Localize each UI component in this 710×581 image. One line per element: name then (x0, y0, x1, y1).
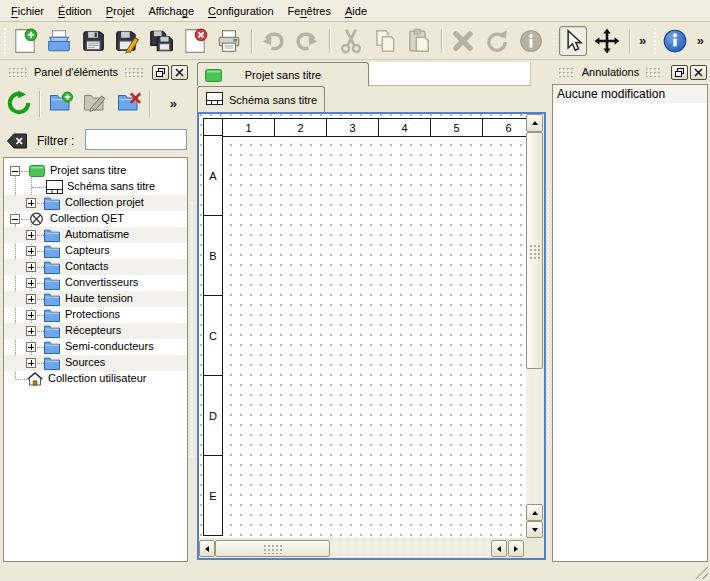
tree-item-projet-sans-titre[interactable]: Projet sans titre (4, 163, 187, 179)
info-blue-icon (662, 28, 688, 54)
reload-collections-button[interactable] (4, 89, 34, 119)
filter-input[interactable] (85, 129, 187, 150)
pan-mode-button[interactable] (593, 26, 621, 56)
element-info-button[interactable] (517, 26, 545, 56)
horizontal-scrollbar-thumb[interactable] (215, 540, 330, 557)
save-all-button[interactable] (147, 26, 175, 56)
float-undo-panel-button[interactable] (671, 65, 688, 80)
tree-item-recepteurs[interactable]: Récepteurs (4, 323, 187, 339)
tree-item-convertisseurs[interactable]: Convertisseurs (4, 275, 187, 291)
close-document-button[interactable] (181, 26, 209, 56)
toolbar-handle[interactable] (654, 28, 656, 54)
tree-item-haute-tension[interactable]: Haute tension (4, 291, 187, 307)
menu-configuration[interactable]: Configuration (201, 2, 280, 20)
select-mode-button[interactable] (559, 26, 587, 56)
tree-item-label: Récepteurs (65, 324, 121, 336)
tree-item-automatisme[interactable]: Automatisme (4, 227, 187, 243)
undo-panel-title: Annulations (582, 66, 640, 78)
diagram-scene[interactable]: 123456 ABCDE (199, 114, 526, 538)
tree-expander-minus[interactable] (10, 214, 20, 224)
new-category-button[interactable] (46, 89, 76, 119)
redo-button[interactable] (293, 26, 321, 56)
menu-fichier[interactable]: Fichier (4, 2, 51, 20)
menu-projet[interactable]: Projet (99, 2, 142, 20)
toolbar-separator (441, 29, 443, 53)
tree-item-semi-conducteurs[interactable]: Semi-conducteurs (4, 339, 187, 355)
toolbar-handle[interactable] (4, 28, 6, 54)
toolbar-overflow-button-2[interactable]: » (695, 33, 710, 50)
tree-expander-plus[interactable] (26, 294, 36, 304)
tree-expander-plus[interactable] (26, 342, 36, 352)
about-button[interactable] (661, 26, 689, 56)
tab-project[interactable]: Projet sans titre (197, 62, 369, 86)
copy-button[interactable] (371, 26, 399, 56)
cut-button[interactable] (337, 26, 365, 56)
scroll-left-button[interactable] (199, 540, 215, 557)
folder-icon (44, 292, 60, 306)
vertical-scrollbar-thumb[interactable] (526, 132, 543, 369)
toolbar-separator (251, 29, 253, 53)
tree-expander-plus[interactable] (26, 246, 36, 256)
scroll-up-button-2[interactable] (526, 504, 543, 521)
close-undo-panel-button[interactable] (690, 65, 707, 80)
paste-button[interactable] (405, 26, 433, 56)
open-document-button[interactable] (45, 26, 73, 56)
tree-expander-plus[interactable] (26, 230, 36, 240)
print-button[interactable] (215, 26, 243, 56)
tree-item-contacts[interactable]: Contacts (4, 259, 187, 275)
resize-grip[interactable] (695, 566, 708, 579)
tree-expander-plus[interactable] (26, 310, 36, 320)
float-panel-button[interactable] (152, 65, 169, 80)
tree-item-collection-projet[interactable]: Collection projet (4, 195, 187, 211)
floppy-edit-icon (114, 28, 140, 54)
tree-expander-plus[interactable] (26, 262, 36, 272)
panel-toolbar-overflow-button[interactable]: » (168, 96, 183, 113)
tree-expander-plus[interactable] (26, 278, 36, 288)
vertical-scrollbar[interactable] (526, 114, 543, 538)
menu-affichage[interactable]: Affichage (141, 2, 201, 20)
scroll-down-button[interactable] (526, 521, 543, 538)
tree-expander-plus[interactable] (26, 326, 36, 336)
rotate-button[interactable] (483, 26, 511, 56)
tree-item-capteurs[interactable]: Capteurs (4, 243, 187, 259)
scroll-right-button[interactable] (508, 540, 524, 557)
menu-edition[interactable]: Édition (51, 2, 99, 20)
scroll-up-button[interactable] (526, 114, 543, 132)
folder-delete-icon (116, 90, 142, 118)
edit-category-button[interactable] (80, 89, 110, 119)
scroll-left-button-2[interactable] (491, 540, 507, 557)
undo-button[interactable] (259, 26, 287, 56)
new-document-button[interactable] (11, 26, 39, 56)
save-button[interactable] (79, 26, 107, 56)
delete-category-button[interactable] (114, 89, 144, 119)
undo-history-item[interactable]: Aucune modification (553, 85, 707, 103)
tree-expander-plus[interactable] (26, 198, 36, 208)
tree-item-sources[interactable]: Sources (4, 355, 187, 371)
tree-item-collection-utilisateur[interactable]: Collection utilisateur (4, 371, 187, 387)
tree-expander-plus[interactable] (26, 358, 36, 368)
horizontal-scrollbar[interactable] (199, 540, 524, 557)
titlebar-texture (559, 68, 575, 77)
diagram-view[interactable]: 123456 ABCDE (197, 112, 546, 560)
titlebar-texture (125, 68, 143, 77)
tree-line (37, 299, 44, 300)
tree-line (32, 187, 46, 188)
left-splitter[interactable] (189, 60, 197, 562)
delete-button[interactable] (449, 26, 477, 56)
tree-item-schema-sans-titre[interactable]: Schéma sans titre (4, 179, 187, 195)
menu-aide[interactable]: Aide (338, 2, 374, 20)
tab-schema[interactable]: Schéma sans titre (197, 86, 325, 112)
toolbar-separator (149, 91, 151, 117)
tree-item-collection-qet[interactable]: Collection QET (4, 211, 187, 227)
copy-icon (372, 28, 398, 54)
clear-filter-button[interactable] (4, 130, 30, 151)
tree-line (37, 283, 44, 284)
floppy-icon (80, 28, 106, 54)
tree-item-protections[interactable]: Protections (4, 307, 187, 323)
close-panel-button[interactable] (171, 65, 188, 80)
tree-expander-minus[interactable] (10, 166, 20, 176)
toolbar-handle[interactable] (553, 28, 555, 54)
menu-fenetres[interactable]: Fenêtres (281, 2, 338, 20)
toolbar-overflow-button[interactable]: » (637, 33, 652, 50)
save-as-button[interactable] (113, 26, 141, 56)
